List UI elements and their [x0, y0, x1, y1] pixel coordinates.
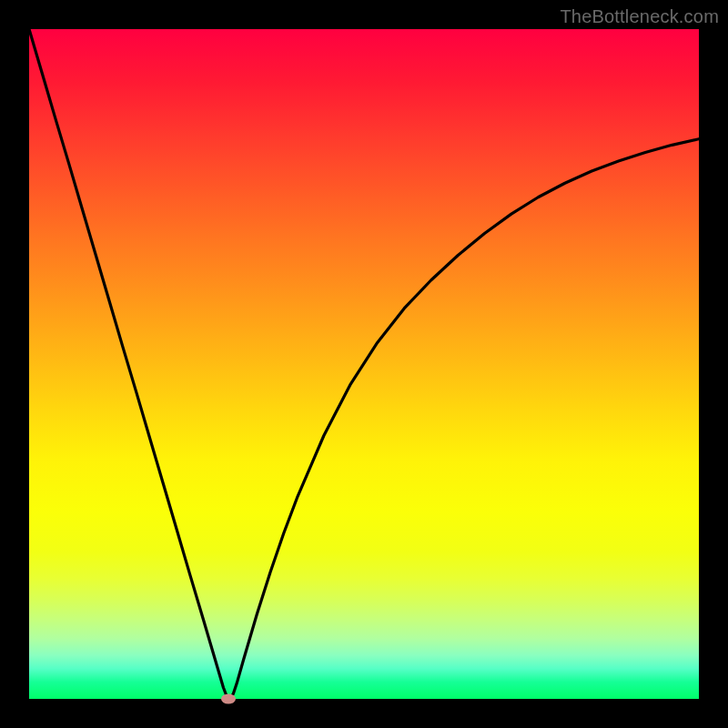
plot-area	[29, 29, 699, 699]
minimum-marker	[221, 694, 236, 704]
curve-path	[29, 29, 699, 699]
watermark-text: TheBottleneck.com	[560, 6, 719, 27]
chart-curve	[29, 29, 699, 699]
chart-container: TheBottleneck.com	[0, 0, 728, 728]
